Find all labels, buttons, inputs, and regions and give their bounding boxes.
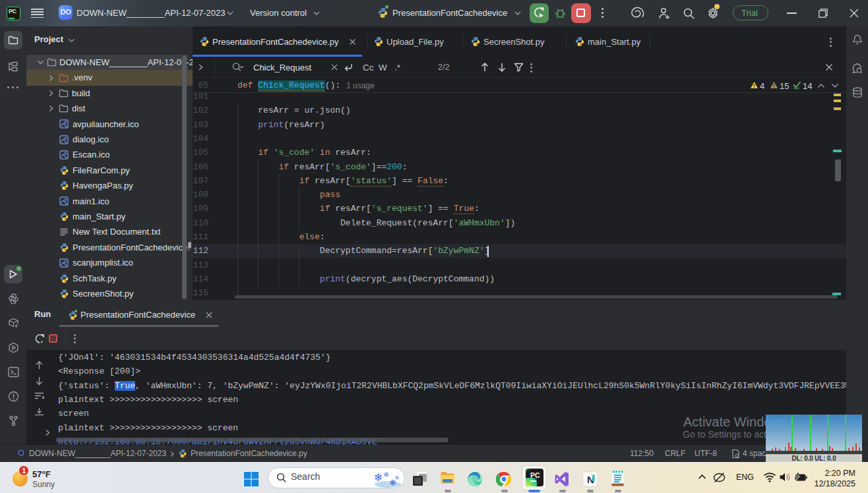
svg-text:❄: ❄ — [383, 471, 389, 478]
svg-text:❄: ❄ — [374, 472, 383, 483]
svg-text:❄: ❄ — [394, 475, 400, 481]
